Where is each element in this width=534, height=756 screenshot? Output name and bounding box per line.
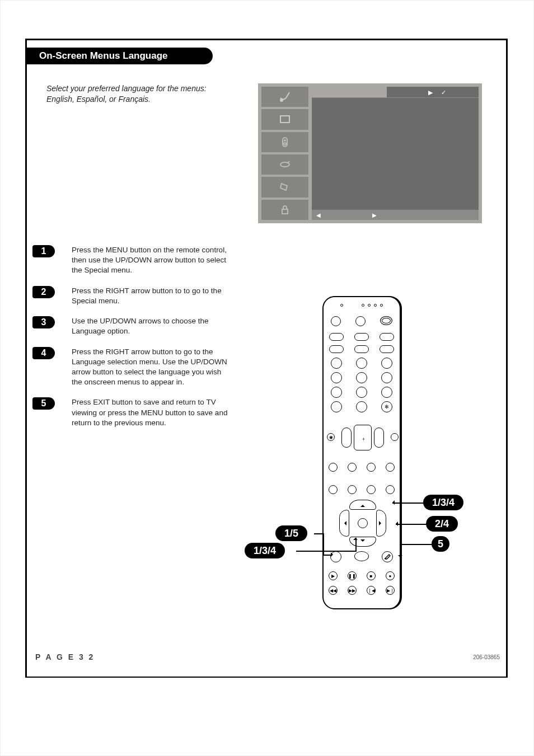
arrow-icon bbox=[398, 555, 402, 560]
remote-row-keypad bbox=[324, 372, 400, 383]
svg-point-4 bbox=[284, 143, 286, 145]
osd-nav-left-icon: ◀ bbox=[316, 212, 321, 218]
osd-arrow-right-icon: ▶ bbox=[428, 89, 433, 96]
remote-ir-dots bbox=[324, 304, 400, 307]
remote-body: ✻ ◉ + bbox=[322, 296, 401, 609]
steps-list: 1 Press the MENU button on the remote co… bbox=[32, 245, 228, 438]
callout-line bbox=[400, 544, 432, 545]
step-number-5: 5 bbox=[32, 397, 55, 410]
intro-text: Select your preferred language for the m… bbox=[46, 83, 226, 105]
callout-right: 2/4 bbox=[426, 516, 458, 532]
callout-menu: 1/5 bbox=[275, 525, 307, 541]
remote-dpad bbox=[339, 500, 386, 547]
step-item: 4 Press the RIGHT arrow button to go to … bbox=[32, 347, 228, 388]
callout-line bbox=[296, 551, 357, 552]
step-item: 2 Press the RIGHT arrow button to to go … bbox=[32, 286, 228, 306]
arrow-icon bbox=[394, 522, 398, 526]
remote-rocker: ◉ + bbox=[341, 425, 384, 450]
remote-mute-button: ◉ bbox=[327, 433, 335, 441]
step-text-5: Press EXIT button to save and return to … bbox=[72, 397, 228, 428]
svg-rect-6 bbox=[282, 209, 288, 214]
pause-icon: ❚❚ bbox=[348, 571, 357, 580]
remote-button bbox=[355, 316, 366, 326]
remote-row-power bbox=[324, 316, 400, 326]
svg-rect-1 bbox=[280, 116, 289, 123]
remote-row-transport: ◀◀ ▶▶ ❘◀ ▶❘ bbox=[324, 586, 400, 595]
osd-tab-lock-icon bbox=[261, 200, 308, 220]
remote-row-small bbox=[324, 485, 400, 494]
callout-up: 1/3/4 bbox=[423, 495, 463, 510]
step-item: 5 Press EXIT button to save and return t… bbox=[32, 397, 228, 428]
osd-content-panel: ▶ ✓ ◀ ▶ bbox=[312, 87, 479, 220]
callout-line bbox=[400, 544, 401, 556]
step-number-1: 1 bbox=[32, 245, 55, 257]
osd-tab-brush-icon bbox=[261, 154, 308, 175]
document-number: 206-03865 bbox=[473, 654, 500, 660]
callout-line bbox=[392, 503, 424, 504]
osd-tab-screen-icon bbox=[261, 109, 308, 129]
osd-nav-right-icon: ▶ bbox=[372, 212, 377, 218]
remote-row-keypad bbox=[324, 387, 400, 398]
remote-flashback-button: ✻ bbox=[381, 401, 392, 412]
remote-button bbox=[354, 551, 369, 561]
next-icon: ▶❘ bbox=[386, 586, 395, 595]
osd-tab-column bbox=[261, 87, 308, 220]
remote-ch-rocker: + bbox=[354, 425, 372, 450]
step-item: 3 Use the UP/DOWN arrows to choose the L… bbox=[32, 316, 228, 336]
manual-page: On-Screen Menus Language Select your pre… bbox=[0, 0, 534, 756]
prev-icon: ❘◀ bbox=[367, 586, 376, 595]
osd-topbar: ▶ ✓ bbox=[312, 87, 479, 98]
page-number: P A G E 3 2 bbox=[35, 652, 95, 661]
osd-menu-mockup: ▶ ✓ ◀ ▶ bbox=[258, 83, 482, 223]
remote-row-keypad bbox=[324, 358, 400, 369]
remote-row-oval bbox=[324, 333, 400, 341]
remote-ch-rocker bbox=[374, 428, 384, 448]
step-text-2: Press the RIGHT arrow button to to go to… bbox=[72, 286, 228, 306]
dpad-center-button bbox=[358, 518, 368, 528]
callout-exit: 5 bbox=[432, 536, 449, 552]
remote-diagram: ✻ ◉ + bbox=[322, 296, 401, 609]
remote-row-transport: ▶ ❚❚ ■ ● bbox=[324, 571, 400, 580]
step-text-4: Press the RIGHT arrow button to go to th… bbox=[72, 347, 228, 388]
play-icon: ▶ bbox=[329, 571, 338, 580]
stop-icon: ■ bbox=[367, 571, 376, 580]
remote-button bbox=[331, 316, 341, 326]
step-text-1: Press the MENU button on the remote cont… bbox=[72, 245, 228, 276]
section-title: On-Screen Menus Language bbox=[25, 48, 213, 64]
osd-check-icon: ✓ bbox=[441, 89, 446, 96]
callout-line bbox=[396, 524, 427, 525]
osd-tab-tag-icon bbox=[261, 177, 308, 197]
remote-button bbox=[391, 433, 399, 441]
step-text-3: Use the UP/DOWN arrows to choose the Lan… bbox=[72, 316, 228, 336]
remote-vol-rocker bbox=[341, 428, 352, 448]
arrow-icon bbox=[390, 500, 395, 505]
step-number-2: 2 bbox=[32, 286, 55, 298]
remote-row-keypad: ✻ bbox=[324, 401, 400, 412]
osd-tab-satellite-icon bbox=[261, 87, 308, 107]
remote-row-oval bbox=[324, 345, 400, 353]
record-icon: ● bbox=[386, 571, 395, 580]
callout-down: 1/3/4 bbox=[245, 543, 285, 558]
remote-exit-button bbox=[382, 551, 393, 562]
osd-tab-speaker-icon bbox=[261, 132, 308, 152]
rewind-icon: ◀◀ bbox=[329, 586, 338, 595]
step-number-4: 4 bbox=[32, 347, 55, 359]
forward-icon: ▶▶ bbox=[348, 586, 357, 595]
osd-bottombar: ◀ ▶ bbox=[312, 210, 479, 220]
arrow-icon bbox=[353, 536, 358, 540]
svg-point-3 bbox=[284, 140, 285, 141]
svg-point-0 bbox=[280, 99, 283, 101]
arrow-icon bbox=[331, 552, 335, 557]
step-item: 1 Press the MENU button on the remote co… bbox=[32, 245, 228, 276]
step-number-3: 3 bbox=[32, 316, 55, 328]
remote-power-button bbox=[380, 316, 392, 325]
remote-row-small bbox=[324, 463, 400, 472]
